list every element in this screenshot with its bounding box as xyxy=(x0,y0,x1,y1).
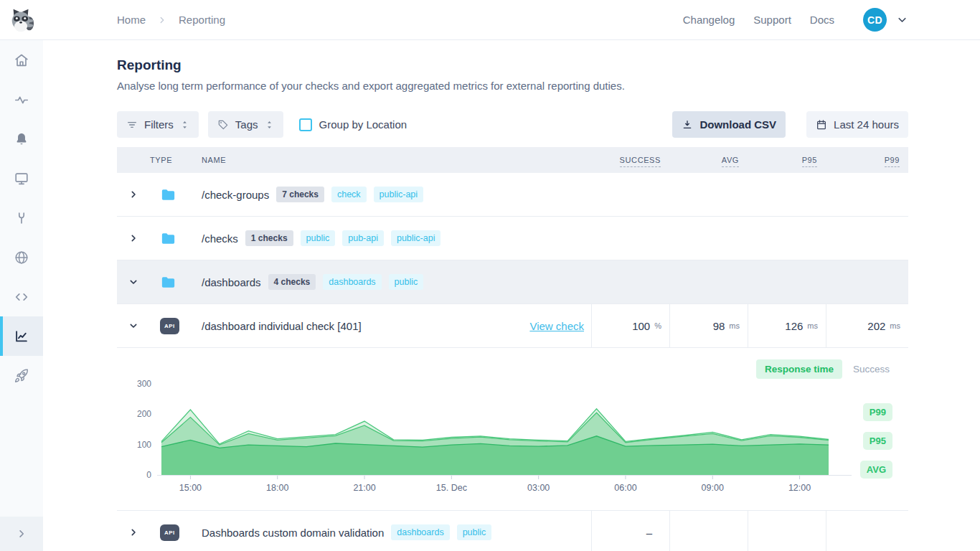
check-name: /dashboard individual check [401] xyxy=(202,320,362,332)
col-p95[interactable]: P95 xyxy=(748,156,826,164)
toolbar: Filters Tags Group by Location Downloa xyxy=(117,111,908,138)
home-icon xyxy=(14,52,29,68)
table-row-custom-domain-validation[interactable]: API Dashboards custom domain validation … xyxy=(117,511,908,551)
expand-chevron-right-icon[interactable] xyxy=(117,232,150,244)
folder-icon xyxy=(150,275,202,289)
sort-carets-icon xyxy=(180,120,189,130)
avatar[interactable]: CD xyxy=(863,8,887,32)
folder-icon xyxy=(150,231,202,245)
svg-text:21:00: 21:00 xyxy=(353,483,375,493)
success-metric: – xyxy=(591,511,669,551)
tag-check[interactable]: check xyxy=(331,187,367,202)
svg-text:12:00: 12:00 xyxy=(788,483,811,493)
sidebar-item-snippets[interactable] xyxy=(0,277,43,316)
sidebar-item-maintenance[interactable] xyxy=(0,198,43,237)
api-type-badge: API xyxy=(160,524,179,541)
success-metric: 100% xyxy=(591,304,669,347)
breadcrumb: Home Reporting xyxy=(117,14,225,26)
view-check-link[interactable]: View check xyxy=(529,320,584,332)
tag-public-api[interactable]: public-api xyxy=(374,187,424,202)
page-subtitle: Analyse long term performance of your ch… xyxy=(117,80,908,92)
docs-link[interactable]: Docs xyxy=(810,14,834,26)
table-row-checks[interactable]: /checks 1 checks public pub-api public-a… xyxy=(117,217,908,260)
p99-metric: 202ms xyxy=(826,304,908,347)
download-csv-button[interactable]: Download CSV xyxy=(672,111,786,138)
legend-p95-badge[interactable]: P95 xyxy=(863,432,892,450)
table-row-check-groups[interactable]: /check-groups 7 checks check public-api xyxy=(117,173,908,217)
changelog-link[interactable]: Changelog xyxy=(683,14,735,26)
calendar-icon xyxy=(816,119,827,131)
tag-dashboards[interactable]: dashboards xyxy=(391,524,449,540)
top-bar: Home Reporting Changelog Support Docs CD xyxy=(0,0,980,40)
sidebar-item-dashboards[interactable] xyxy=(0,159,43,198)
api-type-badge: API xyxy=(160,318,179,334)
tags-dropdown[interactable]: Tags xyxy=(208,111,283,138)
col-p99[interactable]: P99 xyxy=(826,156,908,164)
tag-public[interactable]: public xyxy=(301,230,336,246)
monitor-icon xyxy=(14,171,29,187)
chart-metric-toggle: Response time Success xyxy=(756,359,890,379)
filters-label: Filters xyxy=(144,118,174,131)
response-time-area-chart: 010020030015:0018:0021:0015. Dec03:0006:… xyxy=(117,380,863,501)
tag-public[interactable]: public xyxy=(457,524,492,540)
legend-p99-badge[interactable]: P99 xyxy=(863,403,892,421)
avg-metric: 98ms xyxy=(669,304,748,347)
tag-pub-api[interactable]: pub-api xyxy=(342,230,384,246)
tag-dashboards[interactable]: dashboards xyxy=(323,274,381,290)
svg-text:0: 0 xyxy=(146,470,151,480)
sidebar-item-home[interactable] xyxy=(0,40,43,80)
page-title: Reporting xyxy=(117,57,908,73)
wrench-icon xyxy=(14,210,29,226)
sidebar-item-alerts[interactable] xyxy=(0,119,43,159)
group-by-location-toggle[interactable]: Group by Location xyxy=(299,118,407,131)
tag-public[interactable]: public xyxy=(389,274,424,290)
sidebar-item-reporting[interactable] xyxy=(0,316,43,356)
reporting-table: TYPE NAME SUCCESS AVG P95 P99 /check-gro… xyxy=(117,147,908,551)
expand-chevron-down-icon[interactable] xyxy=(117,320,150,331)
filter-lines-icon xyxy=(126,119,138,131)
success-toggle[interactable]: Success xyxy=(853,364,890,375)
bell-icon xyxy=(14,131,29,147)
sidebar-item-checks[interactable] xyxy=(0,80,43,119)
sort-carets-icon xyxy=(265,120,274,130)
sidebar-item-quickstart[interactable] xyxy=(0,356,43,395)
chevron-right-icon xyxy=(15,527,28,540)
time-range-selector[interactable]: Last 24 hours xyxy=(806,111,908,138)
breadcrumb-home[interactable]: Home xyxy=(117,14,146,26)
filters-dropdown[interactable]: Filters xyxy=(117,111,199,138)
support-link[interactable]: Support xyxy=(753,14,791,26)
legend-avg-badge[interactable]: AVG xyxy=(860,461,892,479)
group-name: /checks xyxy=(202,232,238,245)
col-name: NAME xyxy=(202,156,591,164)
svg-text:03:00: 03:00 xyxy=(527,483,550,493)
expand-chevron-right-icon[interactable] xyxy=(117,189,150,200)
group-name: /dashboards xyxy=(202,276,261,288)
check-count-badge: 4 checks xyxy=(268,274,316,290)
p95-metric: 126ms xyxy=(748,304,826,347)
account-menu-chevron-icon[interactable] xyxy=(896,14,908,26)
expand-chevron-down-icon[interactable] xyxy=(117,276,150,288)
svg-text:100: 100 xyxy=(137,440,151,450)
toolbar-right: Download CSV Last 24 hours xyxy=(672,111,908,138)
response-time-toggle[interactable]: Response time xyxy=(756,359,842,379)
table-row-dashboard-individual-check[interactable]: API /dashboard individual check [401] Vi… xyxy=(117,304,908,348)
response-time-chart-block: Response time Success 010020030015:0018:… xyxy=(117,348,908,511)
sidebar-expand-button[interactable] xyxy=(0,517,43,551)
code-icon xyxy=(14,289,29,305)
col-success[interactable]: SUCCESS xyxy=(591,156,669,164)
check-count-badge: 1 checks xyxy=(245,230,293,246)
app-logo[interactable] xyxy=(0,6,43,34)
tag-public-api[interactable]: public-api xyxy=(391,230,441,246)
download-csv-label: Download CSV xyxy=(699,118,776,131)
download-icon xyxy=(682,119,693,131)
col-avg[interactable]: AVG xyxy=(669,156,748,164)
sidebar xyxy=(0,40,43,551)
breadcrumb-reporting[interactable]: Reporting xyxy=(179,14,225,26)
check-name: Dashboards custom domain validation xyxy=(202,527,384,539)
group-by-location-checkbox[interactable] xyxy=(299,118,312,131)
table-row-dashboards[interactable]: /dashboards 4 checks dashboards public xyxy=(117,260,908,304)
breadcrumb-chevron-icon xyxy=(157,15,167,25)
expand-chevron-right-icon[interactable] xyxy=(117,527,150,538)
svg-text:18:00: 18:00 xyxy=(266,483,288,493)
sidebar-item-private-locations[interactable] xyxy=(0,237,43,277)
